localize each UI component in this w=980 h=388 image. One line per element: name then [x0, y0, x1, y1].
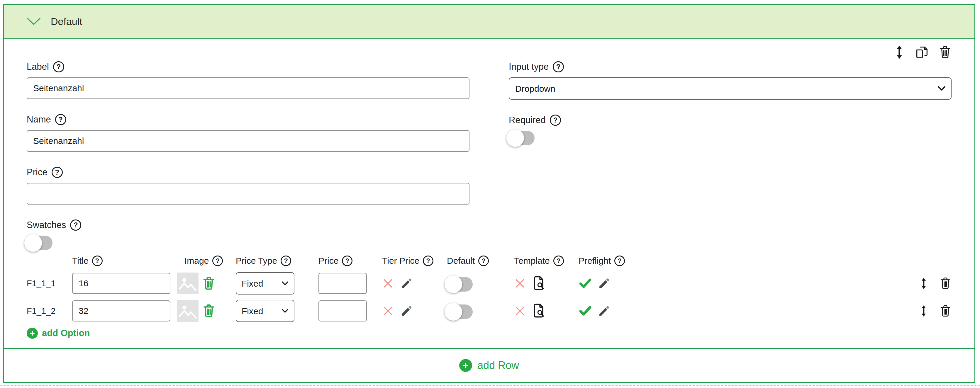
delete-option-icon[interactable]: [939, 304, 951, 318]
add-option-button[interactable]: + add Option: [27, 328, 90, 339]
delete-option-icon[interactable]: [939, 276, 951, 290]
name-field-group: Name ?: [27, 114, 469, 152]
swatches-field-label: Swatches ?: [27, 219, 469, 231]
preflight-set-check-icon: [579, 277, 592, 290]
toggle-knob: [445, 303, 462, 321]
panel-toolbar: [27, 44, 951, 60]
swatches-field-group: Swatches ?: [27, 219, 469, 250]
swatches-toggle[interactable]: [27, 236, 52, 250]
plus-circle-icon: +: [459, 359, 472, 372]
option-image-placeholder[interactable]: [177, 272, 199, 294]
price-type-select-wrap: Fixed: [236, 300, 294, 322]
price-field-label: Price ?: [27, 166, 469, 178]
name-input[interactable]: [27, 130, 469, 152]
default-toggle[interactable]: [447, 277, 473, 291]
help-icon[interactable]: ?: [55, 114, 66, 125]
price-type-select-wrap: Fixed: [236, 272, 294, 295]
fields-left-column: Label ? Name ? Price: [27, 61, 469, 250]
input-type-select[interactable]: Dropdown: [509, 78, 951, 100]
panel-body: Label ? Name ? Price: [4, 39, 974, 348]
column-header-preflight: Preflight?: [579, 255, 617, 267]
template-unset-x-icon: [514, 305, 526, 317]
options-table: Title? Image? Price Type? Price? Tier Pr…: [27, 255, 951, 339]
help-icon[interactable]: ?: [423, 255, 433, 266]
swatches-field-caption: Swatches: [27, 219, 66, 231]
input-type-field-group: Input type ? Dropdown: [509, 61, 951, 100]
name-field-caption: Name: [27, 114, 51, 125]
fields-right-column: Input type ? Dropdown: [509, 61, 951, 250]
options-table-header: Title? Image? Price Type? Price? Tier Pr…: [27, 255, 951, 267]
input-type-field-caption: Input type: [509, 61, 549, 73]
option-row-actions: [905, 304, 951, 318]
chevron-down-icon[interactable]: [27, 17, 41, 25]
label-field-group: Label ?: [27, 61, 469, 99]
column-header-tier-price: Tier Price?: [382, 255, 447, 267]
plus-circle-icon: +: [27, 328, 38, 339]
help-icon[interactable]: ?: [92, 255, 103, 266]
option-row-actions: [905, 276, 951, 290]
tier-price-unset-x-icon: [382, 305, 394, 317]
edit-preflight-pencil-icon[interactable]: [598, 304, 611, 317]
template-preview-file-search-icon[interactable]: [531, 275, 546, 291]
column-header-price: Price?: [318, 255, 382, 267]
help-icon[interactable]: ?: [212, 255, 223, 266]
toggle-knob: [24, 234, 42, 252]
option-price-input[interactable]: [318, 273, 367, 294]
help-icon[interactable]: ?: [342, 255, 352, 266]
option-title-input[interactable]: [72, 273, 170, 294]
option-row-id: F1_1_2: [27, 306, 72, 316]
option-title-input[interactable]: [72, 300, 170, 321]
option-price-input[interactable]: [318, 300, 367, 321]
name-field-label: Name ?: [27, 114, 469, 125]
help-icon[interactable]: ?: [553, 255, 564, 266]
label-input[interactable]: [27, 78, 469, 99]
default-toggle[interactable]: [447, 304, 473, 319]
help-icon[interactable]: ?: [53, 61, 64, 72]
option-panel: Default: [3, 4, 975, 383]
edit-tier-price-pencil-icon[interactable]: [400, 304, 413, 317]
option-row: F1_1_1: [27, 269, 951, 297]
required-toggle[interactable]: [509, 131, 535, 145]
column-header-default: Default?: [447, 255, 514, 267]
panel-header[interactable]: Default: [4, 5, 974, 39]
column-header-template: Template?: [514, 255, 579, 267]
fields-grid: Label ? Name ? Price: [27, 61, 951, 250]
tier-price-unset-x-icon: [382, 277, 394, 289]
edit-preflight-pencil-icon[interactable]: [598, 277, 611, 290]
template-unset-x-icon: [514, 277, 526, 289]
help-icon[interactable]: ?: [550, 115, 561, 126]
required-field-label: Required ?: [509, 114, 951, 126]
price-field-caption: Price: [27, 166, 48, 178]
help-icon[interactable]: ?: [614, 255, 625, 266]
move-vertical-icon[interactable]: [894, 44, 905, 60]
help-icon[interactable]: ?: [553, 61, 564, 72]
delete-image-icon[interactable]: [202, 276, 216, 291]
panel-title: Default: [51, 16, 83, 27]
price-input[interactable]: [27, 183, 469, 204]
option-image-placeholder[interactable]: [177, 300, 199, 322]
column-header-price-type: Price Type?: [236, 255, 318, 267]
edit-tier-price-pencil-icon[interactable]: [400, 277, 413, 290]
price-type-select[interactable]: Fixed: [236, 300, 294, 322]
input-type-select-wrap: Dropdown: [509, 78, 951, 100]
help-icon[interactable]: ?: [52, 167, 63, 178]
option-row-id: F1_1_1: [27, 279, 72, 288]
help-icon[interactable]: ?: [281, 255, 291, 266]
label-field-label: Label ?: [27, 61, 469, 73]
add-row-button[interactable]: + add Row: [4, 348, 974, 382]
delete-panel-icon[interactable]: [939, 45, 951, 60]
move-option-icon[interactable]: [919, 304, 929, 318]
help-icon[interactable]: ?: [70, 220, 81, 231]
price-field-group: Price ?: [27, 166, 469, 204]
help-icon[interactable]: ?: [478, 255, 489, 266]
delete-image-icon[interactable]: [202, 303, 216, 318]
required-field-caption: Required: [509, 114, 546, 126]
preflight-set-check-icon: [579, 305, 592, 317]
add-option-label: add Option: [42, 328, 90, 339]
move-option-icon[interactable]: [919, 277, 929, 290]
template-preview-file-search-icon[interactable]: [531, 303, 546, 319]
duplicate-icon[interactable]: [915, 44, 929, 60]
price-type-select[interactable]: Fixed: [236, 272, 294, 295]
label-field-caption: Label: [27, 61, 49, 73]
toggle-knob: [506, 129, 524, 147]
